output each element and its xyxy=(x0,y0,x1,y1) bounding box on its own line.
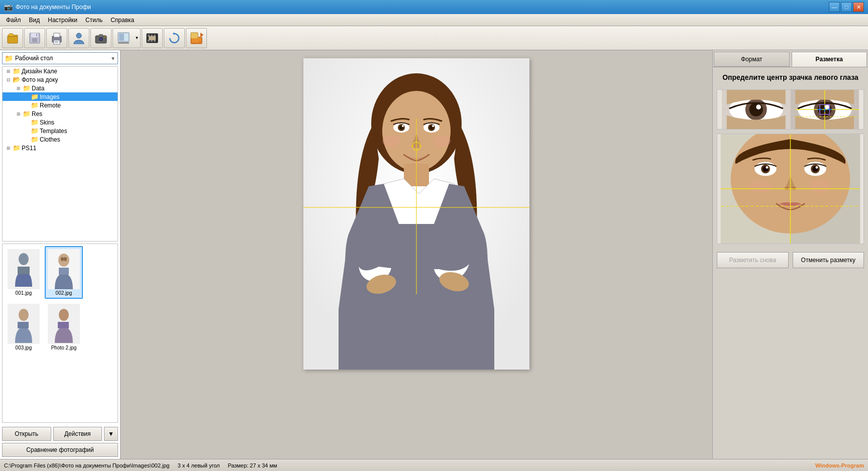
expander-ps11: ⊞ xyxy=(5,146,13,151)
svg-rect-8 xyxy=(55,41,59,42)
folder-icon-clothes: 📁 xyxy=(31,136,40,143)
folder-icon: 📁 xyxy=(5,54,13,62)
svg-point-10 xyxy=(76,33,81,38)
svg-point-40 xyxy=(61,257,64,261)
tree-item-images[interactable]: 📁 Images xyxy=(3,92,118,101)
watermark: Windows-Program xyxy=(815,462,864,468)
actions-dropdown[interactable]: ▼ xyxy=(104,427,118,441)
tree-item-res[interactable]: ⊞ 📁 Res xyxy=(3,109,118,118)
minimize-button[interactable]: — xyxy=(829,2,840,12)
svg-point-102 xyxy=(785,187,790,190)
toolbar-print[interactable] xyxy=(46,28,67,48)
thumb-003[interactable]: 003.jpg xyxy=(5,301,43,354)
svg-marker-31 xyxy=(200,33,203,37)
app-icon: 📷 xyxy=(4,3,13,11)
tree-item-dizayn[interactable]: ⊞ 📁 Дизайн Кале xyxy=(3,67,118,75)
svg-point-44 xyxy=(19,309,29,321)
folder-selector[interactable]: 📁 Рабочий стол ▼ xyxy=(2,52,118,64)
tree-item-foto[interactable]: ⊟ 📂 Фото на доку xyxy=(3,75,118,84)
menu-style[interactable]: Стиль xyxy=(81,16,106,25)
expander-data: ⊞ xyxy=(15,86,23,91)
actions-button[interactable]: Действия xyxy=(53,427,102,441)
toolbar-person[interactable] xyxy=(68,28,89,48)
redo-layout-button[interactable]: Разметить снова xyxy=(717,252,789,268)
tree-item-clothes[interactable]: 📁 Clothes xyxy=(3,135,118,144)
tree-item-templates[interactable]: 📁 Templates xyxy=(3,127,118,135)
svg-rect-6 xyxy=(54,33,60,37)
toolbar-export[interactable] xyxy=(186,28,207,48)
compare-button[interactable]: Сравнение фотографий xyxy=(2,443,118,457)
status-format: 3 x 4 левый угол xyxy=(177,462,220,468)
status-size: Размер: 27 x 34 мм xyxy=(228,462,277,468)
svg-rect-0 xyxy=(8,36,18,43)
tree-item-ps11[interactable]: ⊞ 📁 PS11 xyxy=(3,144,118,152)
tab-format[interactable]: Формат xyxy=(714,52,790,67)
folder-icon-images: 📁 xyxy=(31,93,40,100)
thumb-001[interactable]: 001.jpg xyxy=(5,246,43,299)
left-panel: 📁 Рабочий стол ▼ ⊞ 📁 Дизайн Кале ⊟ 📂 Фот… xyxy=(0,50,121,459)
folder-selector-text: Рабочий стол xyxy=(15,55,111,62)
maximize-button[interactable]: □ xyxy=(841,2,852,12)
folder-icon-remote: 📁 xyxy=(31,101,40,109)
center-area xyxy=(121,50,712,459)
open-button[interactable]: Открыть xyxy=(2,427,51,441)
toolbar-rotate[interactable] xyxy=(164,28,185,48)
tab-layout[interactable]: Разметка xyxy=(792,52,867,67)
svg-rect-45 xyxy=(18,322,29,328)
right-panel-buttons: Разметить снова Отменить разметку xyxy=(717,252,864,268)
svg-point-63 xyxy=(432,125,434,127)
tree-label-remote: Remote xyxy=(40,102,61,109)
tree-item-remote[interactable]: 📁 Remote xyxy=(3,101,118,109)
eye-preview[interactable] xyxy=(717,89,864,130)
title-bar: 📷 Фото на документы Профи — □ ✕ xyxy=(0,0,868,14)
svg-point-41 xyxy=(64,257,67,261)
tabs-row: Формат Разметка xyxy=(713,50,868,67)
svg-point-82 xyxy=(825,104,830,109)
toolbar-view[interactable] xyxy=(113,28,134,48)
toolbar-camera[interactable] xyxy=(90,28,112,48)
svg-point-103 xyxy=(791,187,796,190)
menu-settings[interactable]: Настройки xyxy=(44,16,81,25)
cancel-layout-button[interactable]: Отменить разметку xyxy=(793,252,864,268)
svg-point-105 xyxy=(809,179,831,193)
svg-point-65 xyxy=(432,135,451,147)
menu-view[interactable]: Вид xyxy=(25,16,44,25)
thumbnail-area[interactable]: 001.jpg 002.jpg xyxy=(2,244,118,423)
folder-dropdown-arrow: ▼ xyxy=(111,56,116,61)
window-controls: — □ ✕ xyxy=(829,2,864,12)
thumb-label-002: 002.jpg xyxy=(56,290,72,296)
tree-item-data[interactable]: ⊞ 📁 Data xyxy=(3,84,118,92)
close-button[interactable]: ✕ xyxy=(853,2,864,12)
svg-point-47 xyxy=(59,309,69,321)
thumb-img-003 xyxy=(8,304,40,344)
expander-foto: ⊟ xyxy=(5,77,13,82)
thumb-img-002 xyxy=(48,249,80,289)
thumb-label-001: 001.jpg xyxy=(16,290,32,296)
tree-item-skins[interactable]: 📁 Skins xyxy=(3,118,118,127)
svg-point-76 xyxy=(749,102,763,116)
toolbar-view-arrow[interactable]: ▼ xyxy=(134,28,141,48)
svg-point-97 xyxy=(766,166,768,169)
face-preview[interactable] xyxy=(717,134,864,244)
tree-label-res: Res xyxy=(32,110,42,117)
thumb-002[interactable]: 002.jpg xyxy=(45,246,83,299)
file-tree[interactable]: ⊞ 📁 Дизайн Кале ⊟ 📂 Фото на доку ⊞ 📁 Dat… xyxy=(2,66,118,242)
thumb-label-photo2: Photo 2.jpg xyxy=(51,345,77,350)
folder-icon-skins: 📁 xyxy=(31,119,40,126)
status-path: C:\Program Files (x86)\Фото на документы… xyxy=(4,462,169,468)
menu-help[interactable]: Справка xyxy=(106,16,138,25)
folder-icon-res: 📁 xyxy=(23,110,32,117)
compare-row: Сравнение фотографий xyxy=(2,443,118,457)
thumb-img-photo2 xyxy=(48,304,80,344)
main-photo-container[interactable] xyxy=(303,58,529,370)
thumb-photo2[interactable]: Photo 2.jpg xyxy=(45,301,83,354)
menu-file[interactable]: Файл xyxy=(2,16,25,25)
toolbar-film[interactable] xyxy=(142,28,163,48)
svg-rect-4 xyxy=(36,34,37,36)
svg-rect-34 xyxy=(192,41,199,42)
tree-label-clothes: Clothes xyxy=(40,136,60,143)
toolbar-open[interactable] xyxy=(2,28,23,48)
svg-rect-18 xyxy=(124,34,128,41)
toolbar-save[interactable] xyxy=(24,28,45,48)
svg-rect-9 xyxy=(55,42,58,43)
